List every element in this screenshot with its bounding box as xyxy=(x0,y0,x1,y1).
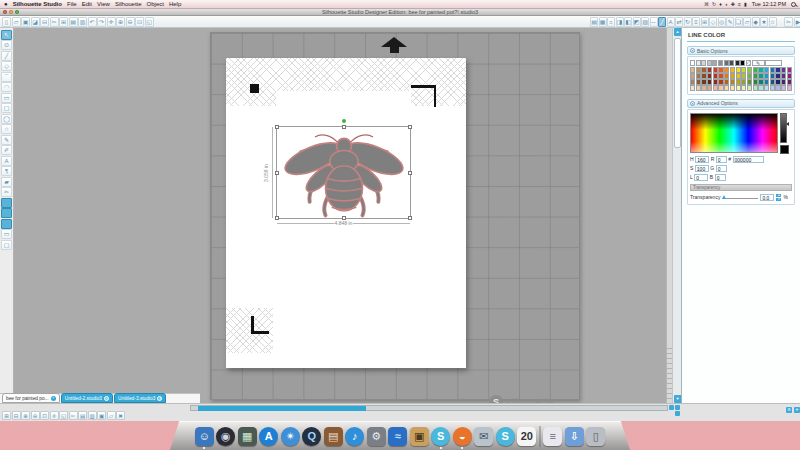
pan-icon[interactable]: ✛ xyxy=(107,17,116,27)
color-swatch[interactable] xyxy=(758,73,763,79)
registration-marks-icon[interactable]: ⌗ xyxy=(607,17,615,27)
select-all-icon[interactable]: ⊞ xyxy=(2,411,11,420)
color-swatch[interactable] xyxy=(718,85,723,91)
copy-icon[interactable]: ▤ xyxy=(78,411,87,420)
color-swatch[interactable] xyxy=(736,73,741,79)
distort-icon[interactable]: ◆ xyxy=(752,17,760,27)
silhouette-studio[interactable]: S xyxy=(431,427,450,446)
color-swatch[interactable] xyxy=(713,73,718,79)
tab-close-icon[interactable]: × xyxy=(157,396,162,401)
resize-handle[interactable] xyxy=(408,125,412,129)
color-swatch[interactable] xyxy=(736,67,741,73)
paste-in-front-icon[interactable]: ▥ xyxy=(78,17,87,27)
color-swatch[interactable] xyxy=(701,85,706,91)
zoom-in-icon[interactable]: ⊕ xyxy=(116,17,125,27)
color-swatch[interactable] xyxy=(781,67,786,73)
app-store[interactable]: A xyxy=(259,427,278,446)
photo-booth[interactable]: ▣ xyxy=(410,427,429,446)
color-swatch[interactable] xyxy=(753,73,758,79)
drag-zoom-icon[interactable]: ⊡ xyxy=(135,17,144,27)
launchpad[interactable]: ◉ xyxy=(216,427,235,446)
color-swatch[interactable] xyxy=(787,79,792,85)
color-swatch[interactable] xyxy=(770,79,775,85)
grid-settings-icon[interactable]: ▦ xyxy=(599,17,607,27)
color-swatch[interactable] xyxy=(736,79,741,85)
undo-icon[interactable]: ↶ xyxy=(88,17,97,27)
tab-close-icon[interactable]: × xyxy=(104,396,109,401)
basic-options-header[interactable]: ▾ Basic Options xyxy=(687,46,795,55)
menu-item[interactable]: Silhouette xyxy=(115,0,142,9)
gray-swatch[interactable] xyxy=(712,60,717,66)
gray-swatch[interactable] xyxy=(696,60,701,66)
gray-swatch[interactable] xyxy=(707,60,712,66)
color-swatch[interactable] xyxy=(781,79,786,85)
color-swatch[interactable] xyxy=(707,79,712,85)
offset-icon[interactable]: ◎ xyxy=(718,17,726,27)
modify-icon[interactable]: ◇ xyxy=(709,17,717,27)
color-swatch[interactable] xyxy=(696,73,701,79)
transparent-swatch[interactable] xyxy=(746,60,751,66)
panel-settings-icon[interactable]: ⚙ xyxy=(786,407,792,413)
firefox[interactable]: ◒ xyxy=(453,427,472,446)
collapse-toggle-icon[interactable]: ▾ xyxy=(690,48,695,53)
tool-knife[interactable]: ✂ xyxy=(1,187,12,197)
color-swatch[interactable] xyxy=(741,73,746,79)
quick-outline-2[interactable]: ▢ xyxy=(1,240,12,250)
color-swatch[interactable] xyxy=(787,73,792,79)
fit-to-page-icon[interactable]: ◱ xyxy=(59,411,68,420)
color-swatch[interactable] xyxy=(696,67,701,73)
quick-fill-gray[interactable] xyxy=(1,219,12,229)
collapse-toggle-icon[interactable]: ▾ xyxy=(690,101,695,106)
menu-item[interactable]: Object xyxy=(147,0,164,9)
bee-design[interactable] xyxy=(278,128,410,218)
color-swatch[interactable] xyxy=(690,85,695,91)
color-swatch[interactable] xyxy=(730,67,735,73)
advanced-options-header[interactable]: ▾ Advanced Options xyxy=(687,99,795,108)
color-swatch[interactable] xyxy=(787,67,792,73)
tool-arc[interactable]: ◠ xyxy=(1,82,12,92)
finder[interactable]: ☺ xyxy=(195,427,214,446)
trash[interactable]: ▯ xyxy=(586,427,605,446)
color-swatch[interactable] xyxy=(696,85,701,91)
color-swatch[interactable] xyxy=(707,85,712,91)
panel-add-icon[interactable]: ✛ xyxy=(794,407,800,413)
tool-freehand[interactable]: ✎ xyxy=(1,135,12,145)
color-swatch[interactable] xyxy=(696,79,701,85)
shear-icon[interactable]: ▱ xyxy=(743,17,751,27)
transform-icon[interactable]: ⇄ xyxy=(675,17,683,27)
transparency-slider-handle[interactable] xyxy=(722,195,726,199)
zoom-out-icon[interactable]: ⊖ xyxy=(126,17,135,27)
fit-to-page-icon[interactable]: ◱ xyxy=(145,17,154,27)
color-swatch[interactable] xyxy=(724,85,729,91)
color-swatch[interactable] xyxy=(724,67,729,73)
color-swatch[interactable] xyxy=(730,85,735,91)
mission-control[interactable]: ▦ xyxy=(238,427,257,446)
resize-handle[interactable] xyxy=(275,125,279,129)
shadow-icon[interactable]: ❏ xyxy=(735,17,743,27)
itunes[interactable]: ♪ xyxy=(345,427,364,446)
color-swatch[interactable] xyxy=(747,73,752,79)
transparency-value-field[interactable]: 0.0 xyxy=(760,194,774,201)
hex-field[interactable]: 000000 xyxy=(733,156,764,163)
color-swatch[interactable] xyxy=(718,73,723,79)
color-swatch[interactable] xyxy=(781,73,786,79)
tool-select[interactable]: ↖ xyxy=(1,30,12,40)
color-swatch[interactable] xyxy=(713,67,718,73)
zoom-in-icon[interactable]: ⊕ xyxy=(21,411,30,420)
bluetooth-icon[interactable]: ♦ xyxy=(719,0,722,9)
document-tab[interactable]: Untitled-2.studio3 × xyxy=(61,393,113,403)
color-swatch[interactable] xyxy=(747,85,752,91)
lightness-slider[interactable] xyxy=(780,113,787,143)
color-swatch[interactable] xyxy=(758,67,763,73)
dock-separator[interactable] xyxy=(539,426,541,447)
color-swatch[interactable] xyxy=(690,67,695,73)
trace-icon[interactable]: ✎ xyxy=(726,17,734,27)
store-icon[interactable]: ☆ xyxy=(769,17,777,27)
scroll-left-button[interactable] xyxy=(669,405,674,410)
horizontal-scroll-thumb[interactable] xyxy=(198,406,366,411)
scroll-corner-buttons[interactable] xyxy=(669,405,681,417)
color-swatch[interactable] xyxy=(724,79,729,85)
color-swatch[interactable] xyxy=(758,85,763,91)
design-page-settings-icon[interactable]: ▤ xyxy=(590,17,598,27)
zoom-out-icon[interactable]: ⊖ xyxy=(31,411,40,420)
